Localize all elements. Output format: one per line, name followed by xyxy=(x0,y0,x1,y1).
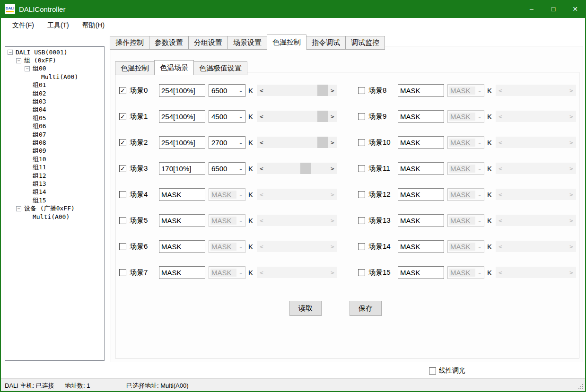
tree-item[interactable]: 组07 xyxy=(5,131,104,139)
cct-combo[interactable]: MASK ⌄ xyxy=(209,266,245,279)
level-scrollbar[interactable]: < > xyxy=(257,267,337,278)
tree-item[interactable]: 组13 xyxy=(5,180,104,188)
scroll-left-icon[interactable]: < xyxy=(496,163,505,174)
chevron-down-icon[interactable]: ⌄ xyxy=(236,139,245,146)
level-input[interactable] xyxy=(398,188,444,201)
tree-item[interactable]: −组00 xyxy=(5,65,104,73)
tree-item[interactable]: 组01 xyxy=(5,81,104,89)
chevron-down-icon[interactable]: ⌄ xyxy=(475,113,484,120)
cct-combo[interactable]: 4500 ⌄ xyxy=(209,110,245,123)
level-scrollbar[interactable]: < > xyxy=(257,215,337,226)
close-button[interactable]: ✕ xyxy=(564,0,586,18)
level-input[interactable] xyxy=(398,266,444,279)
scene-checkbox[interactable] xyxy=(119,217,126,224)
level-scrollbar[interactable]: < > xyxy=(257,85,337,96)
tree-item[interactable]: −DALI USB(0001) xyxy=(5,48,104,56)
scene-checkbox[interactable] xyxy=(358,139,365,146)
chevron-down-icon[interactable]: ⌄ xyxy=(475,87,484,94)
cct-combo[interactable]: MASK ⌄ xyxy=(209,188,245,201)
tab-main-5[interactable]: 指令调试 xyxy=(306,36,346,50)
tab-main-0[interactable]: 操作控制 xyxy=(110,36,149,50)
tree-item[interactable]: 组09 xyxy=(5,147,104,155)
linear-dimming-checkbox[interactable] xyxy=(429,367,436,375)
scroll-left-icon[interactable]: < xyxy=(257,215,266,226)
scene-checkbox[interactable] xyxy=(358,87,365,94)
scroll-left-icon[interactable]: < xyxy=(496,111,505,122)
scene-checkbox[interactable] xyxy=(358,269,365,276)
scroll-left-icon[interactable]: < xyxy=(257,137,266,148)
cct-combo[interactable]: MASK ⌄ xyxy=(209,214,245,227)
level-scrollbar[interactable]: < > xyxy=(496,137,576,148)
scene-checkbox[interactable]: ✓ xyxy=(119,139,126,146)
scroll-right-icon[interactable]: > xyxy=(567,163,576,174)
tree-item[interactable]: 组02 xyxy=(5,89,104,97)
chevron-down-icon[interactable]: ⌄ xyxy=(236,165,245,172)
scroll-right-icon[interactable]: > xyxy=(328,241,337,252)
level-input[interactable] xyxy=(159,214,205,227)
menu-item[interactable]: 工具(T) xyxy=(41,19,76,32)
tree-panel[interactable]: −DALI USB(0001)−组 (0xFF)−组00Multi(A00)组0… xyxy=(5,46,105,361)
scrollbar-track[interactable] xyxy=(505,215,567,226)
scrollbar-track[interactable] xyxy=(266,189,328,200)
scroll-right-icon[interactable]: > xyxy=(328,85,337,96)
scrollbar-thumb[interactable] xyxy=(317,85,328,96)
cct-combo[interactable]: MASK ⌄ xyxy=(447,214,484,227)
scrollbar-track[interactable] xyxy=(505,163,567,174)
cct-combo[interactable]: MASK ⌄ xyxy=(447,84,484,97)
tree-item[interactable]: 组04 xyxy=(5,106,104,114)
scroll-left-icon[interactable]: < xyxy=(257,163,266,174)
scroll-right-icon[interactable]: > xyxy=(567,215,576,226)
tab-main-4[interactable]: 色温控制 xyxy=(267,35,306,50)
cct-combo[interactable]: MASK ⌄ xyxy=(447,162,484,175)
scrollbar-track[interactable] xyxy=(266,137,328,148)
tree-item[interactable]: 组08 xyxy=(5,139,104,147)
chevron-down-icon[interactable]: ⌄ xyxy=(236,269,245,276)
chevron-down-icon[interactable]: ⌄ xyxy=(475,269,484,276)
scroll-right-icon[interactable]: > xyxy=(567,85,576,96)
tree-item[interactable]: 组11 xyxy=(5,163,104,171)
scrollbar-track[interactable] xyxy=(505,189,567,200)
tree-item[interactable]: 组10 xyxy=(5,155,104,163)
scroll-right-icon[interactable]: > xyxy=(567,137,576,148)
scene-checkbox[interactable] xyxy=(358,191,365,198)
scrollbar-track[interactable] xyxy=(505,241,567,252)
tree-item[interactable]: −设备 (广播0xFF) xyxy=(5,204,104,212)
level-input[interactable] xyxy=(159,266,205,279)
scroll-left-icon[interactable]: < xyxy=(257,189,266,200)
tree-item[interactable]: 组03 xyxy=(5,97,104,105)
scroll-right-icon[interactable]: > xyxy=(328,111,337,122)
cct-combo[interactable]: 2700 ⌄ xyxy=(209,136,245,149)
scroll-right-icon[interactable]: > xyxy=(567,267,576,278)
chevron-down-icon[interactable]: ⌄ xyxy=(475,217,484,224)
cct-combo[interactable]: 6500 ⌄ xyxy=(209,162,245,175)
chevron-down-icon[interactable]: ⌄ xyxy=(236,191,245,198)
chevron-down-icon[interactable]: ⌄ xyxy=(236,87,245,94)
scroll-left-icon[interactable]: < xyxy=(257,111,266,122)
chevron-down-icon[interactable]: ⌄ xyxy=(475,139,484,146)
scene-checkbox[interactable] xyxy=(358,113,365,120)
tree-expander-icon[interactable]: − xyxy=(16,206,21,211)
tree-expander-icon[interactable]: − xyxy=(25,66,30,71)
cct-combo[interactable]: MASK ⌄ xyxy=(447,240,484,253)
menu-item[interactable]: 文件(F) xyxy=(6,19,41,32)
tab-main-2[interactable]: 分组设置 xyxy=(188,36,228,50)
scene-checkbox[interactable]: ✓ xyxy=(119,165,126,172)
level-input[interactable] xyxy=(159,84,205,97)
level-scrollbar[interactable]: < > xyxy=(496,189,576,200)
tab-main-3[interactable]: 场景设置 xyxy=(227,36,267,50)
tree-expander-icon[interactable]: − xyxy=(16,58,21,63)
scroll-left-icon[interactable]: < xyxy=(496,137,505,148)
level-input[interactable] xyxy=(159,162,205,175)
tree-item[interactable]: 组15 xyxy=(5,196,104,204)
scroll-right-icon[interactable]: > xyxy=(567,189,576,200)
cct-combo[interactable]: MASK ⌄ xyxy=(447,266,484,279)
scrollbar-track[interactable] xyxy=(266,111,328,122)
scrollbar-track[interactable] xyxy=(266,215,328,226)
level-scrollbar[interactable]: < > xyxy=(496,215,576,226)
level-input[interactable] xyxy=(398,110,444,123)
maximize-button[interactable]: □ xyxy=(542,0,564,18)
tree-item[interactable]: 组12 xyxy=(5,172,104,180)
scrollbar-track[interactable] xyxy=(505,111,567,122)
tab-sub-0[interactable]: 色温控制 xyxy=(115,61,155,75)
tree-item[interactable]: Multi(A00) xyxy=(5,73,104,81)
